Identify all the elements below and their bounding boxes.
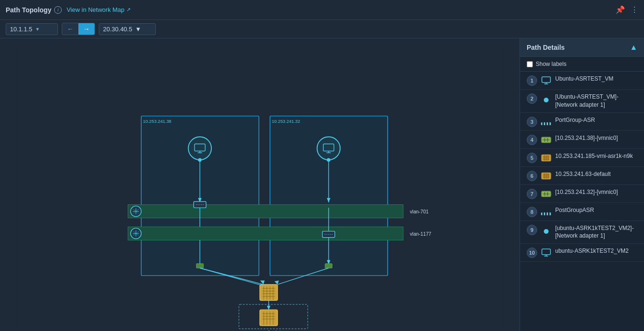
dest-ip-chevron: ▼: [135, 26, 141, 33]
svg-text:10.253.241.32: 10.253.241.32: [272, 119, 300, 124]
path-details-header: Path Details ▲: [520, 38, 644, 57]
path-list-item[interactable]: 3PortGroup-ASR: [520, 113, 644, 131]
step-icon-network: [541, 117, 551, 127]
external-link-icon: ↗: [126, 7, 131, 13]
toolbar: 10.1.1.5 ▼ ← → 20.30.40.5 ▼: [0, 20, 644, 38]
info-icon[interactable]: i: [54, 6, 62, 14]
source-ip-value: 10.1.1.5: [10, 26, 32, 33]
path-details-title: Path Details: [527, 44, 565, 51]
more-menu-icon[interactable]: ⋮: [631, 5, 638, 14]
svg-rect-23: [196, 264, 203, 268]
show-labels-text: Show labels: [536, 61, 567, 67]
step-number: 3: [527, 117, 537, 127]
step-number: 9: [527, 225, 537, 235]
left-container-ip: 10.253.241.38: [143, 119, 171, 124]
svg-rect-42: [260, 285, 277, 301]
step-icon-switch: [541, 189, 551, 199]
step-icon-monitor: [541, 248, 551, 258]
svg-text:10.253.241.38: 10.253.241.38: [143, 119, 171, 124]
direction-right-button[interactable]: →: [78, 23, 95, 35]
step-number: 5: [527, 153, 537, 163]
step-number: 8: [527, 207, 537, 217]
view-link-text: View in Network Map: [66, 6, 124, 13]
path-list-item[interactable]: 1 Ubuntu-ASRTEST_VM: [520, 72, 644, 90]
direction-buttons: ← →: [62, 23, 95, 35]
step-icon-router: [541, 153, 551, 163]
topology-canvas[interactable]: 10.253.241.38 10.253.241.32 vlan-701 vla…: [0, 38, 520, 331]
direction-left-button[interactable]: ←: [62, 23, 78, 35]
step-number: 10: [527, 248, 537, 258]
pin-icon[interactable]: 📌: [616, 5, 625, 14]
svg-rect-52: [260, 310, 277, 326]
step-icon-dot: [541, 225, 551, 235]
svg-point-7: [188, 137, 211, 160]
step-number: 2: [527, 93, 537, 104]
show-labels-row: Show labels: [520, 57, 644, 72]
vlan2-label: vlan-1177: [410, 231, 431, 237]
step-label: PostGroupASR: [555, 206, 594, 214]
step-icon-switch: [541, 135, 551, 145]
step-label: Ubuntu-ASRTEST_VM: [555, 75, 614, 83]
path-details-panel: Path Details ▲ Show labels 1 Ubuntu-ASRT…: [520, 38, 644, 331]
step-icon-dot: [541, 93, 551, 104]
step-label: [10.253.241.38]-[vmnic0]: [555, 134, 618, 142]
step-label: ubuntu-ASRK1kTEST2_VM2: [555, 247, 629, 255]
main-content: 10.253.241.38 10.253.241.32 vlan-701 vla…: [0, 38, 644, 331]
svg-point-12: [317, 137, 341, 160]
collapse-button[interactable]: ▲: [630, 43, 637, 52]
path-list-item[interactable]: 8PostGroupASR: [520, 203, 644, 221]
path-list-item[interactable]: 6 10.253.241.63-default: [520, 167, 644, 185]
svg-rect-5: [128, 205, 403, 218]
dest-ip-value: 20.30.40.5: [103, 26, 132, 33]
right-container-ip: 10.253.241.32: [272, 119, 300, 124]
step-icon-network: [541, 207, 551, 217]
svg-rect-92: [542, 249, 550, 255]
path-list-item[interactable]: 9[ubuntu-ASRK1kTEST2_VM2]-[Network adapt…: [520, 221, 644, 244]
svg-rect-67: [542, 77, 550, 83]
show-labels-checkbox[interactable]: [527, 61, 533, 67]
path-list-item[interactable]: 10 ubuntu-ASRK1kTEST2_VM2: [520, 244, 644, 262]
step-label: [ubuntu-ASRK1kTEST2_VM2]-[Network adapte…: [555, 224, 637, 240]
svg-rect-6: [128, 227, 403, 240]
step-number: 4: [527, 135, 537, 145]
path-list-item[interactable]: 4 [10.253.241.38]-[vmnic0]: [520, 131, 644, 149]
step-label: [10.253.241.32]-[vmnic0]: [555, 188, 618, 196]
step-number: 1: [527, 75, 537, 86]
source-ip-selector[interactable]: 10.1.1.5 ▼: [6, 23, 58, 35]
path-list-item[interactable]: 2[Ubuntu-ASRTEST_VM]-[Network adapter 1]: [520, 90, 644, 113]
path-list-item[interactable]: 7 [10.253.241.32]-[vmnic0]: [520, 185, 644, 203]
step-label: [Ubuntu-ASRTEST_VM]-[Network adapter 1]: [555, 93, 637, 109]
step-number: 7: [527, 189, 537, 199]
step-label: 10.253.241.185-vrni-asr1k-n9k: [555, 152, 633, 160]
step-icon-router: [541, 171, 551, 181]
svg-rect-31: [325, 264, 332, 268]
view-in-network-map-link[interactable]: View in Network Map ↗: [66, 6, 131, 13]
source-ip-chevron: ▼: [35, 27, 40, 32]
step-icon-monitor: [541, 75, 551, 86]
step-label: 10.253.241.63-default: [555, 170, 611, 178]
vlan1-label: vlan-701: [410, 209, 429, 214]
step-number: 6: [527, 171, 537, 181]
path-list-item[interactable]: 5 10.253.241.185-vrni-asr1k-n9k: [520, 149, 644, 167]
step-label: PortGroup-ASR: [555, 116, 595, 124]
page-title: Path Topology: [6, 6, 51, 14]
path-list: 1 Ubuntu-ASRTEST_VM2[Ubuntu-ASRTEST_VM]-…: [520, 72, 644, 331]
dest-ip-selector[interactable]: 20.30.40.5 ▼: [99, 23, 156, 35]
header: Path Topology i View in Network Map ↗ 📌 …: [0, 0, 644, 20]
